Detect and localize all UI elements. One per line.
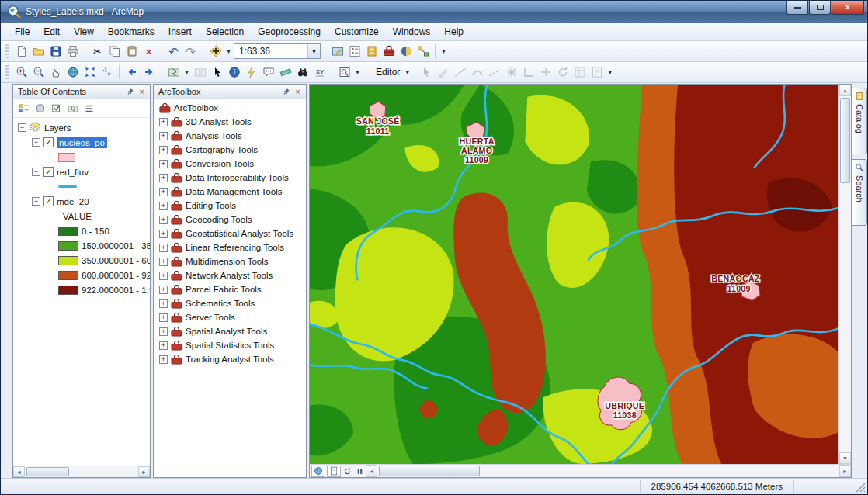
expand-icon[interactable]: + (159, 216, 168, 224)
clear-selection-icon[interactable] (192, 64, 208, 81)
scroll-right-icon[interactable]: ► (138, 466, 150, 477)
arctoolbox-icon[interactable] (380, 43, 397, 60)
minimize-button[interactable] (786, 1, 808, 15)
expand-icon[interactable]: + (159, 299, 168, 308)
layer-visibility-checkbox[interactable]: ✓ (43, 137, 54, 147)
select-features-dropdown[interactable]: ▾ (182, 69, 191, 76)
scroll-right-icon[interactable]: ► (839, 465, 851, 477)
toolbar-options-chevron[interactable]: ▾ (439, 48, 448, 55)
expand-icon[interactable]: + (159, 244, 168, 252)
expand-icon[interactable]: + (159, 341, 168, 350)
open-folder-icon[interactable] (30, 43, 47, 60)
toc-layers-root-row[interactable]: − Layers (13, 120, 150, 135)
layer-label-nucleos-po[interactable]: nucleos_po (57, 137, 107, 148)
expand-icon[interactable]: + (159, 160, 168, 168)
select-elements-icon[interactable] (209, 64, 225, 81)
toolbox-item[interactable]: +Network Analyst Tools (154, 268, 306, 282)
toolbar-grip[interactable] (5, 44, 9, 58)
toolbox-item[interactable]: +3D Analyst Tools (154, 115, 306, 129)
edit-tool-icon[interactable] (418, 64, 434, 81)
find-icon[interactable] (294, 64, 311, 81)
menu-windows[interactable]: Windows (387, 24, 437, 40)
layer-label-red-fluv[interactable]: red_fluv (57, 168, 89, 177)
editor-options-chevron[interactable]: ▾ (606, 69, 614, 76)
data-view-button[interactable] (311, 466, 325, 477)
select-features-icon[interactable] (165, 64, 182, 81)
copy-icon[interactable] (106, 43, 123, 60)
menu-edit[interactable]: Edit (37, 24, 66, 40)
toolbox-item[interactable]: +Parcel Fabric Tools (154, 282, 306, 296)
map-scale-value[interactable]: 1:63.36 (234, 46, 307, 57)
tools-options-chevron[interactable]: ▾ (353, 69, 362, 76)
add-data-icon[interactable] (207, 43, 224, 60)
nucleos-po-polygon-symbol[interactable] (58, 153, 75, 162)
pan-icon[interactable] (47, 64, 64, 81)
toolbox-item[interactable]: +Data Interoperability Tools (154, 171, 306, 185)
scale-dropdown-icon[interactable]: ▾ (307, 44, 320, 58)
class-color-swatch[interactable] (58, 227, 78, 236)
expand-icon[interactable]: + (159, 188, 168, 196)
map-canvas[interactable]: SAN JOSÉ11011 HUERTAALAMO11009 BENAOCAZ1… (310, 85, 838, 464)
scroll-left-icon[interactable]: ◄ (366, 465, 377, 477)
collapse-icon[interactable]: − (18, 123, 26, 132)
straight-segment-icon[interactable] (452, 64, 468, 81)
viewer-window-icon[interactable] (336, 64, 352, 81)
map-scale-combobox[interactable]: 1:63.36 ▾ (234, 43, 321, 59)
arctoolbox-pin-icon[interactable] (280, 86, 292, 98)
expand-icon[interactable]: + (159, 258, 168, 266)
sketch-properties-icon[interactable] (589, 64, 605, 81)
toc-horizontal-scrollbar[interactable]: ◄ ► (13, 466, 150, 477)
go-to-xy-icon[interactable]: XY (311, 64, 328, 81)
identify-icon[interactable]: i (226, 64, 242, 81)
zoom-in-icon[interactable] (13, 64, 30, 81)
expand-icon[interactable]: + (159, 118, 168, 126)
toc-panel-header[interactable]: Table Of Contents × (13, 85, 150, 99)
edit-sketch-pencil-icon[interactable] (435, 64, 451, 81)
print-icon[interactable] (64, 43, 81, 60)
toolbox-item[interactable]: +Analysis Tools (154, 129, 306, 143)
undo-icon[interactable]: ↶ (165, 43, 182, 60)
modelbuilder-icon[interactable] (415, 43, 431, 60)
paste-icon[interactable] (123, 43, 140, 60)
close-button[interactable]: × (832, 1, 864, 15)
menu-insert[interactable]: Insert (162, 24, 198, 40)
delete-icon[interactable]: × (141, 43, 157, 60)
expand-icon[interactable]: + (159, 355, 168, 364)
expand-icon[interactable]: + (159, 132, 168, 140)
list-by-source-icon[interactable] (33, 101, 47, 116)
toolbox-item[interactable]: +Tracking Analyst Tools (154, 352, 306, 366)
resize-grip[interactable] (856, 483, 866, 493)
toolbox-item[interactable]: +Linear Referencing Tools (154, 241, 306, 254)
expand-icon[interactable]: + (159, 272, 168, 280)
menu-selection[interactable]: Selection (200, 24, 250, 40)
save-icon[interactable] (47, 43, 64, 60)
python-window-icon[interactable] (398, 43, 414, 60)
trace-tool-icon[interactable] (486, 64, 502, 81)
catalog-icon[interactable] (363, 43, 380, 60)
toolbox-item[interactable]: +Multidimension Tools (154, 254, 306, 268)
class-color-swatch[interactable] (58, 271, 78, 280)
arctoolbox-panel-header[interactable]: ArcToolbox × (154, 85, 306, 99)
refresh-view-icon[interactable] (341, 466, 353, 477)
scroll-up-icon[interactable]: ▲ (839, 85, 851, 96)
layer-visibility-checkbox[interactable]: ✓ (43, 196, 54, 206)
new-document-icon[interactable] (13, 43, 30, 60)
menu-geoprocessing[interactable]: Geoprocessing (252, 24, 327, 40)
arctoolbox-close-icon[interactable]: × (292, 86, 304, 98)
collapse-icon[interactable]: − (32, 138, 40, 147)
toc-close-icon[interactable]: × (136, 86, 148, 98)
class-color-swatch[interactable] (58, 241, 78, 251)
editor-toolbar-icon[interactable] (329, 43, 345, 60)
titlebar[interactable]: Styles_Labels.mxd - ArcMap × (1, 1, 867, 23)
rotate-tool-icon[interactable] (554, 64, 571, 81)
snap-point-icon[interactable] (503, 64, 519, 81)
collapse-icon[interactable]: − (32, 197, 40, 206)
split-tool-icon[interactable] (537, 64, 554, 81)
expand-icon[interactable]: + (159, 202, 168, 210)
html-popup-icon[interactable] (260, 64, 276, 81)
forward-extent-icon[interactable] (141, 64, 157, 81)
arctoolbox-root-row[interactable]: ArcToolbox (154, 101, 306, 115)
menu-customize[interactable]: Customize (328, 24, 385, 40)
collapse-icon[interactable]: − (32, 168, 40, 176)
pause-drawing-icon[interactable] (353, 466, 366, 477)
